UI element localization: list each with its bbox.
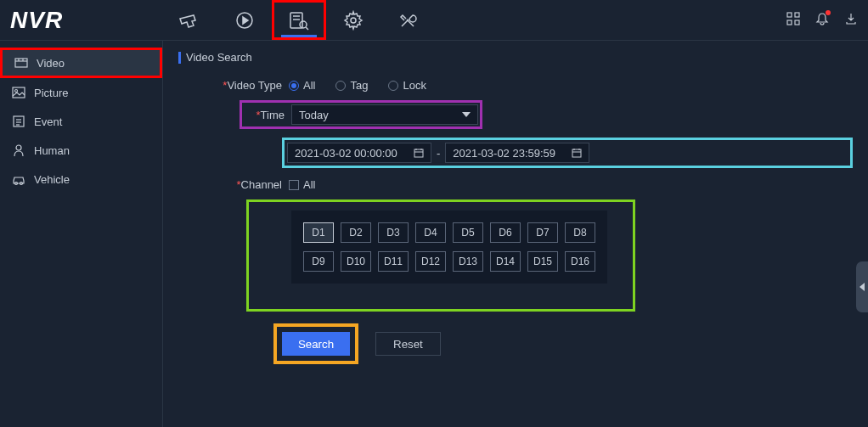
date-range: 2021-03-02 00:00:00 - 2021-03-02 23:59:5…	[282, 138, 853, 168]
label-channel: *Channel	[178, 178, 289, 191]
channel-d8[interactable]: D8	[565, 222, 595, 243]
search-highlight: Search	[273, 323, 358, 364]
svg-rect-28	[572, 149, 581, 157]
sidebar-label: Event	[34, 115, 62, 128]
video-icon	[14, 56, 28, 70]
sidebar-item-event[interactable]: Event	[0, 107, 162, 136]
channel-grid-wrap: D1 D2 D3 D4 D5 D6 D7 D8 D9 D10 D11 D12 D…	[246, 199, 635, 312]
calendar-icon	[414, 148, 424, 158]
channel-d11[interactable]: D11	[378, 251, 409, 272]
sidebar-item-video[interactable]: Video	[0, 48, 162, 78]
svg-point-6	[351, 18, 356, 23]
svg-rect-8	[795, 13, 799, 17]
channel-d6[interactable]: D6	[490, 222, 521, 243]
radio-all[interactable]: All	[289, 79, 315, 92]
radio-lock[interactable]: Lock	[388, 79, 426, 92]
channel-d9[interactable]: D9	[303, 251, 334, 272]
svg-rect-7	[787, 13, 792, 17]
camera-icon	[178, 12, 202, 29]
sidebar-label: Video	[37, 57, 65, 70]
search-button[interactable]: Search	[282, 332, 350, 356]
svg-point-21	[16, 145, 21, 150]
notification-dot	[826, 10, 831, 15]
tools-icon	[397, 10, 418, 31]
label-video-type: *Video Type	[178, 79, 289, 92]
channel-d13[interactable]: D13	[453, 251, 483, 272]
event-icon	[12, 115, 25, 128]
sidebar-label: Picture	[34, 87, 68, 99]
notifications-button[interactable]	[815, 12, 829, 28]
vehicle-icon	[12, 172, 25, 186]
channel-d5[interactable]: D5	[453, 222, 483, 243]
svg-point-4	[300, 21, 307, 28]
top-nav	[163, 0, 435, 40]
svg-rect-24	[414, 149, 423, 157]
channel-d12[interactable]: D12	[415, 251, 446, 272]
header-right	[786, 12, 858, 28]
channel-d7[interactable]: D7	[527, 222, 558, 243]
search-page-icon	[288, 10, 310, 31]
svg-rect-15	[13, 87, 25, 98]
channel-d1[interactable]: D1	[303, 222, 334, 243]
qr-button[interactable]	[786, 12, 800, 28]
video-type-options: All Tag Lock	[289, 79, 426, 92]
sidebar-label: Vehicle	[34, 173, 70, 186]
gear-icon	[343, 10, 364, 31]
header: NVR	[0, 0, 868, 41]
reset-button[interactable]: Reset	[375, 332, 441, 356]
content: Video Picture Event Human Vehicle	[0, 41, 868, 427]
channel-d16[interactable]: D16	[565, 251, 595, 272]
video-type-row: *Video Type All Tag Lock	[178, 79, 853, 92]
end-date-input[interactable]: 2021-03-02 23:59:59	[445, 143, 589, 163]
nav-camera[interactable]	[163, 0, 217, 40]
channel-all-checkbox[interactable]: All	[289, 178, 315, 191]
svg-rect-9	[787, 20, 792, 25]
human-icon	[12, 143, 25, 157]
time-select[interactable]: Today	[291, 104, 478, 125]
main-panel: Video Search *Video Type All Tag Lock *T…	[163, 41, 868, 427]
svg-line-5	[306, 27, 308, 30]
nav-playback[interactable]	[217, 0, 272, 40]
chevron-left-icon	[860, 283, 865, 291]
nav-tools[interactable]	[380, 0, 435, 40]
channel-grid: D1 D2 D3 D4 D5 D6 D7 D8 D9 D10 D11 D12 D…	[291, 211, 607, 284]
sidebar: Video Picture Event Human Vehicle	[0, 41, 163, 427]
sidebar-item-vehicle[interactable]: Vehicle	[0, 165, 162, 194]
sidebar-label: Human	[34, 144, 70, 157]
calendar-icon	[572, 148, 582, 158]
label-time: *Time	[244, 109, 291, 121]
nav-search[interactable]	[272, 0, 326, 40]
radio-tag[interactable]: Tag	[335, 79, 368, 92]
start-date-input[interactable]: 2021-03-02 00:00:00	[287, 143, 431, 163]
picture-icon	[12, 86, 25, 99]
section-title: Video Search	[178, 51, 853, 64]
svg-rect-11	[15, 59, 27, 67]
channel-d3[interactable]: D3	[378, 222, 409, 243]
action-row: Search Reset	[273, 323, 853, 364]
channel-d2[interactable]: D2	[341, 222, 371, 243]
svg-rect-10	[795, 20, 799, 25]
channel-row: *Channel All	[178, 178, 853, 191]
channel-d4[interactable]: D4	[415, 222, 446, 243]
playback-icon	[234, 10, 255, 31]
sidebar-item-picture[interactable]: Picture	[0, 78, 162, 107]
svg-point-16	[15, 90, 18, 93]
channel-d15[interactable]: D15	[527, 251, 558, 272]
qr-icon	[786, 12, 800, 25]
download-icon	[844, 12, 858, 25]
chevron-down-icon	[462, 112, 471, 117]
sidebar-item-human[interactable]: Human	[0, 136, 162, 165]
logo: NVR	[10, 7, 163, 34]
nav-settings[interactable]	[326, 0, 380, 40]
channel-d10[interactable]: D10	[341, 251, 371, 272]
channel-d14[interactable]: D14	[490, 251, 521, 272]
time-row-wrap: *Time Today	[240, 100, 853, 129]
date-separator: -	[437, 147, 440, 160]
panel-expand-handle[interactable]	[856, 261, 868, 312]
download-button[interactable]	[844, 12, 858, 28]
